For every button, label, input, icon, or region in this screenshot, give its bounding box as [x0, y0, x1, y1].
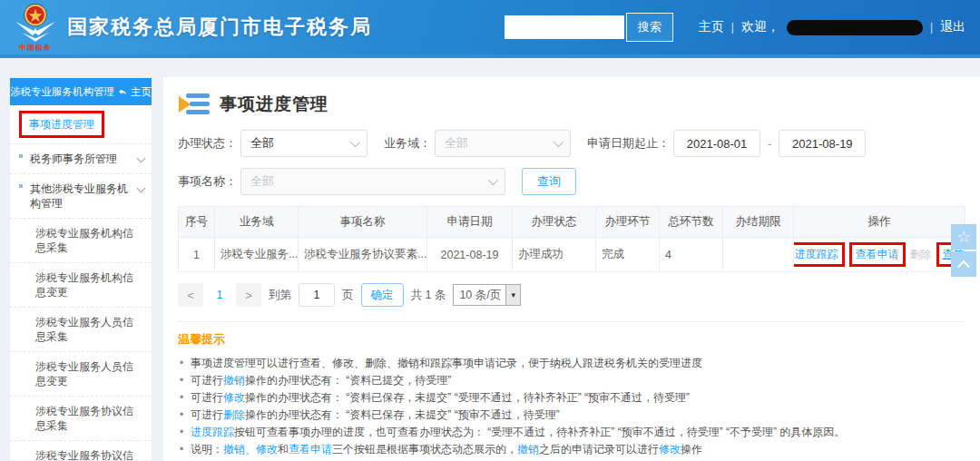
tax-bureau-logo: 中国税务	[9, 2, 62, 53]
back-to-top-button[interactable]	[951, 251, 976, 277]
table-header-cell: 申请日期	[427, 207, 513, 238]
divider: |	[731, 21, 734, 34]
header-search-input[interactable]	[505, 15, 624, 39]
date-range-label: 申请日期起止：	[587, 135, 670, 152]
status-filter-select[interactable]: 全部	[240, 130, 368, 157]
table-header-cell: 事项名称	[299, 207, 427, 238]
app-title: 国家税务总局厦门市电子税务局	[67, 14, 372, 41]
chevron-down-icon	[554, 137, 564, 147]
sidebar-item[interactable]: 其他涉税专业服务机构管理	[10, 174, 152, 219]
sidebar-item[interactable]: 涉税专业服务协议信息批量采集	[10, 441, 152, 461]
table-cell	[723, 238, 794, 272]
dropdown-arrow-icon: ▼	[505, 285, 520, 305]
tip-link[interactable]: 撤销	[223, 374, 245, 387]
current-page[interactable]: 1	[211, 289, 229, 301]
sidebar-item[interactable]: 税务师事务所管理	[10, 144, 152, 174]
bullet-icon	[19, 184, 23, 188]
tip-link[interactable]: 进度跟踪	[191, 426, 234, 438]
tip-item: 说明：撤销、修改和查看申请三个按钮是根据事项状态动态展示的，撤销之后的申请记录可…	[178, 441, 965, 458]
tip-text: 可进行	[191, 374, 223, 387]
total-count-label: 共 1 条	[411, 288, 446, 303]
table-header-cell: 办结期限	[723, 207, 794, 238]
table-header-row: 序号业务域事项名称申请日期办理状态办理环节总环节数办结期限操作	[179, 207, 965, 238]
domain-filter-select[interactable]: 全部	[435, 130, 571, 157]
page-size-select[interactable]: 10 条/页 ▼	[453, 284, 521, 306]
back-arrow-icon	[119, 87, 126, 97]
tip-text: 之后的申请记录可以进行	[539, 443, 659, 456]
tip-text: 操作的办理状态有： “资料已保存，未提交” “预审不通过，待受理”	[245, 408, 560, 421]
sidebar-home-link[interactable]: 主页	[131, 85, 152, 99]
favorite-button[interactable]: ☆	[951, 224, 976, 250]
prev-page-button[interactable]: <	[178, 283, 203, 307]
chevron-down-icon	[137, 184, 146, 193]
status-filter-label: 办理状态：	[178, 135, 237, 152]
query-button[interactable]: 查询	[522, 168, 576, 195]
item-name-filter-select[interactable]: 全部	[240, 168, 505, 195]
tips-list: 事项进度管理可以进行查看、修改、删除、撤销和跟踪事项申请记录，便于纳税人跟进税务…	[178, 355, 965, 458]
sidebar-item[interactable]: 涉税专业服务人员信息变更	[10, 352, 152, 397]
sidebar-item[interactable]: 涉税专业服务机构信息变更	[10, 263, 152, 308]
logo-calligraphy: 中国税务	[9, 43, 62, 53]
action-link[interactable]: 查看申请	[849, 242, 906, 267]
goto-confirm-button[interactable]: 确定	[361, 283, 404, 307]
tip-link[interactable]: 撤销、修改	[223, 443, 278, 456]
tip-item: 可进行修改操作的办理状态有： “资料已保存，未提交” “受理不通过，待补齐补正”…	[178, 389, 965, 407]
sidebar-item[interactable]: 涉税专业服务人员信息采集	[10, 308, 152, 352]
tip-text: 事项进度管理可以进行查看、修改、删除、撤销和跟踪事项申请记录，便于纳税人跟进税务…	[191, 357, 702, 369]
table-cell: 涉税专业服务...	[215, 238, 299, 272]
table-header-cell: 总环节数	[660, 207, 723, 238]
tip-link[interactable]: 撤销	[517, 443, 539, 456]
emblem-icon	[13, 2, 58, 42]
tip-link[interactable]: 修改	[659, 443, 681, 456]
goto-page-input[interactable]	[299, 283, 335, 307]
tip-item: 进度跟踪按钮可查看事项办理的进度，也可查看办理状态为： “受理不通过，待补齐补正…	[178, 424, 965, 441]
tip-text: 可进行	[191, 391, 223, 404]
sidebar-menu: 事项进度管理税务师事务所管理其他涉税专业服务机构管理涉税专业服务机构信息采集涉税…	[10, 105, 152, 461]
star-icon: ☆	[956, 229, 971, 245]
table-cell: 涉税专业服务协议要素...	[299, 238, 427, 272]
main-panel: 事项进度管理 办理状态： 全部 业务域： 全部 申请日期起止： 2021-08-…	[163, 77, 980, 461]
header-search-button[interactable]: 搜索	[626, 13, 673, 42]
logout-link[interactable]: 退出	[940, 19, 965, 35]
page: 中国税务 国家税务总局厦门市电子税务局 搜索 主页 | 欢迎， | 退出 涉税专…	[0, 0, 980, 461]
chevron-down-icon	[350, 137, 360, 147]
date-from-input[interactable]: 2021-08-01	[673, 130, 760, 157]
tip-text: 说明：	[191, 443, 223, 456]
date-to-input[interactable]: 2021-08-19	[779, 130, 866, 157]
table-header-cell: 业务域	[215, 207, 299, 238]
sidebar-item[interactable]: 涉税专业服务机构信息采集	[10, 219, 152, 263]
app-header: 中国税务 国家税务总局厦门市电子税务局 搜索 主页 | 欢迎， | 退出	[0, 0, 980, 58]
table-row: 1涉税专业服务...涉税专业服务协议要素...2021-08-19办理成功完成4…	[179, 238, 965, 272]
tip-link[interactable]: 查看申请	[289, 443, 332, 456]
table-cell: 2021-08-19	[427, 238, 513, 272]
redacted-username	[787, 20, 923, 35]
sidebar-header-title: 涉税专业服务机构管理	[10, 85, 114, 99]
item-name-filter-label: 事项名称：	[178, 173, 237, 190]
tip-item: 可进行撤销操作的办理状态有： “资料已提交，待受理”	[178, 372, 965, 389]
welcome-label: 欢迎，	[741, 19, 779, 35]
sidebar-header: 涉税专业服务机构管理 主页	[10, 78, 152, 105]
action-link[interactable]: 进度跟踪	[794, 242, 845, 267]
tip-text: 按钮可查看事项办理的进度，也可查看办理状态为： “受理不通过，待补齐补正” “预…	[234, 426, 845, 438]
sidebar-item[interactable]: 涉税专业服务协议信息采集	[10, 397, 152, 441]
tip-item: 可进行删除操作的办理状态有： “资料已保存，未提交” “预审不通过，待受理”	[178, 407, 965, 424]
pagination: < 1 > 到第 页 确定 共 1 条 10 条/页 ▼	[178, 283, 965, 307]
action-link: 删除	[910, 247, 932, 262]
nav-home-link[interactable]: 主页	[699, 19, 724, 35]
tip-link[interactable]: 修改	[223, 391, 245, 404]
progress-table: 序号业务域事项名称申请日期办理状态办理环节总环节数办结期限操作 1涉税专业服务.…	[178, 206, 965, 272]
table-cell: 办理成功	[513, 238, 596, 272]
table-header-cell: 操作	[794, 207, 965, 238]
tip-link[interactable]: 删除	[223, 408, 245, 421]
table-cell: 完成	[596, 238, 660, 272]
annotation-red-box: 事项进度管理	[19, 111, 104, 138]
sidebar-item[interactable]: 事项进度管理	[10, 105, 152, 144]
tip-text: 操作的办理状态有： “资料已提交，待受理”	[245, 374, 451, 387]
next-page-button[interactable]: >	[236, 283, 261, 307]
chevron-down-icon	[488, 175, 498, 185]
sidebar: 涉税专业服务机构管理 主页 事项进度管理税务师事务所管理其他涉税专业服务机构管理…	[9, 77, 152, 461]
date-separator: -	[768, 137, 771, 151]
table-header-cell: 办理环节	[596, 207, 660, 238]
tips-section: 温馨提示 事项进度管理可以进行查看、修改、删除、撤销和跟踪事项申请记录，便于纳税…	[178, 321, 965, 458]
domain-filter-label: 业务域：	[384, 135, 431, 152]
